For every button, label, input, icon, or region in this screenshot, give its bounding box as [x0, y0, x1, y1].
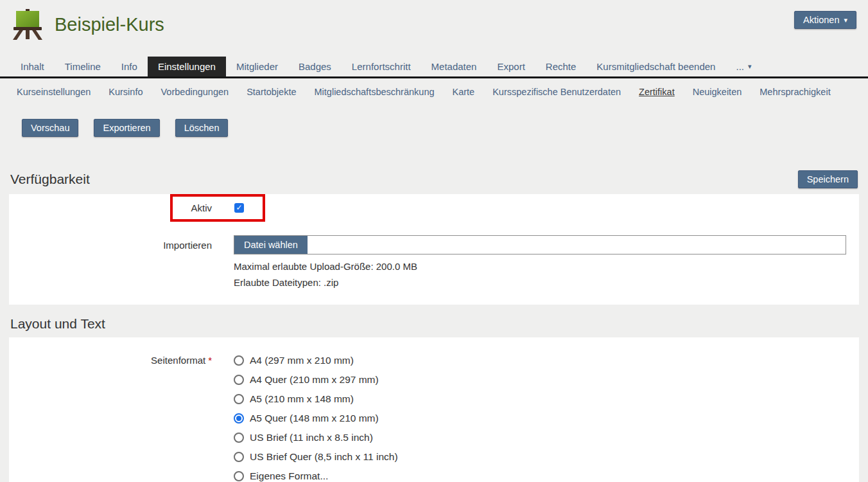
- page-format-option[interactable]: US Brief (11 inch x 8.5 inch): [234, 428, 398, 447]
- file-upload-input[interactable]: Datei wählen: [234, 235, 846, 254]
- subnav-item[interactable]: Mitgliedschaftsbeschränkung: [315, 87, 435, 97]
- subnav-item[interactable]: Kursinfo: [108, 87, 143, 97]
- subnav-item[interactable]: Startobjekte: [247, 87, 296, 97]
- radio-icon[interactable]: [234, 394, 244, 404]
- page-format-option[interactable]: A5 (210 mm x 148 mm): [234, 389, 398, 409]
- required-marker: *: [208, 355, 212, 366]
- subnav-item[interactable]: Kursspezifische Benutzerdaten: [492, 87, 621, 97]
- subnav-item[interactable]: Neuigkeiten: [693, 87, 742, 97]
- course-tab[interactable]: Info: [111, 57, 148, 76]
- page-format-label: Seitenformat*: [9, 351, 212, 370]
- file-name-field[interactable]: [308, 236, 846, 254]
- tab-more[interactable]: ...▾: [725, 57, 761, 76]
- course-tabbar: Inhalt Timeline Info Einstellungen Mitgl…: [0, 57, 868, 78]
- import-label: Importieren: [9, 240, 212, 251]
- course-tab[interactable]: Mitglieder: [226, 57, 288, 76]
- toolbar-button[interactable]: Exportieren: [94, 119, 159, 137]
- tab-more-label: ...: [736, 61, 744, 72]
- caret-down-icon: ▾: [844, 17, 847, 24]
- course-tab[interactable]: Export: [487, 57, 535, 76]
- aktiv-label: Aktiv: [173, 202, 212, 213]
- radio-icon[interactable]: [234, 375, 244, 385]
- page-format-option-label: A4 Quer (210 mm x 297 mm): [250, 374, 379, 386]
- layout-section-head: Layout und Text: [0, 316, 868, 332]
- course-tab[interactable]: Kursmitgliedschaft beenden: [586, 57, 725, 76]
- layout-title: Layout und Text: [10, 316, 105, 332]
- page-format-option-label: A5 (210 mm x 148 mm): [250, 393, 354, 405]
- course-tab[interactable]: Einstellungen: [148, 57, 226, 76]
- settings-subnav: Kurseinstellungen Kursinfo Vorbedingunge…: [0, 78, 868, 105]
- caret-down-icon: ▾: [748, 63, 752, 70]
- aktiv-checkbox[interactable]: ✓: [234, 203, 244, 213]
- availability-panel: Aktiv ✓ Importieren Datei wählen Maximal…: [9, 194, 859, 305]
- toolbar-button[interactable]: Vorschau: [22, 119, 78, 137]
- file-choose-button[interactable]: Datei wählen: [234, 236, 308, 254]
- max-upload-hint: Maximal erlaubte Upload-Größe: 200.0 MB: [234, 258, 859, 274]
- page-format-radio-group: A4 (297 mm x 210 mm) A4 Quer (210 mm x 2…: [234, 351, 398, 482]
- subnav-item[interactable]: Karte: [453, 87, 475, 97]
- page-format-option[interactable]: US Brief Quer (8,5 inch x 11 inch): [234, 447, 398, 467]
- page-format-option-label: A5 Quer (148 mm x 210 mm): [250, 413, 379, 424]
- availability-title: Verfügbarkeit: [10, 172, 90, 187]
- app-header: Beispiel-Kurs Aktionen ▾: [0, 0, 868, 57]
- subnav-item[interactable]: Kurseinstellungen: [17, 87, 91, 97]
- page-format-option[interactable]: Eigenes Format...: [234, 467, 398, 482]
- page-format-option[interactable]: A5 Quer (148 mm x 210 mm): [234, 409, 398, 428]
- radio-icon[interactable]: [234, 471, 244, 481]
- course-tab[interactable]: Timeline: [55, 57, 111, 76]
- actions-button[interactable]: Aktionen ▾: [794, 11, 856, 29]
- toolbar-button[interactable]: Löschen: [175, 119, 229, 137]
- availability-section-head: Verfügbarkeit Speichern: [0, 170, 868, 188]
- course-tab[interactable]: Lernfortschritt: [342, 57, 421, 76]
- radio-icon[interactable]: [234, 433, 244, 443]
- course-tab[interactable]: Inhalt: [10, 57, 55, 76]
- radio-icon[interactable]: [234, 413, 244, 424]
- certificate-toolbar: Vorschau Exportieren Löschen: [22, 119, 868, 137]
- radio-icon[interactable]: [234, 355, 244, 366]
- subnav-item[interactable]: Zertifikat: [639, 87, 675, 97]
- subnav-item[interactable]: Vorbedingungen: [161, 87, 229, 97]
- page-format-option-label: Eigenes Format...: [250, 470, 328, 482]
- aktiv-highlight-box: Aktiv ✓: [170, 194, 265, 222]
- page-title: Beispiel-Kurs: [55, 14, 164, 35]
- page-format-option-label: US Brief Quer (8,5 inch x 11 inch): [250, 451, 398, 463]
- course-easel-icon: [12, 9, 44, 40]
- course-tab[interactable]: Badges: [288, 57, 342, 76]
- save-button[interactable]: Speichern: [798, 170, 858, 188]
- allowed-types-hint: Erlaubte Dateitypen: .zip: [234, 274, 859, 290]
- page-format-option-label: US Brief (11 inch x 8.5 inch): [250, 432, 373, 443]
- radio-icon[interactable]: [234, 452, 244, 462]
- course-tab[interactable]: Metadaten: [421, 57, 487, 76]
- layout-panel: Seitenformat* A4 (297 mm x 210 mm) A4 Qu…: [9, 337, 859, 482]
- page-format-option[interactable]: A4 Quer (210 mm x 297 mm): [234, 370, 398, 389]
- course-tab[interactable]: Rechte: [535, 57, 587, 76]
- subnav-item[interactable]: Mehrsprachigkeit: [759, 87, 830, 97]
- actions-button-label: Aktionen: [803, 15, 839, 25]
- page-format-option[interactable]: A4 (297 mm x 210 mm): [234, 351, 398, 370]
- page-format-option-label: A4 (297 mm x 210 mm): [250, 355, 354, 366]
